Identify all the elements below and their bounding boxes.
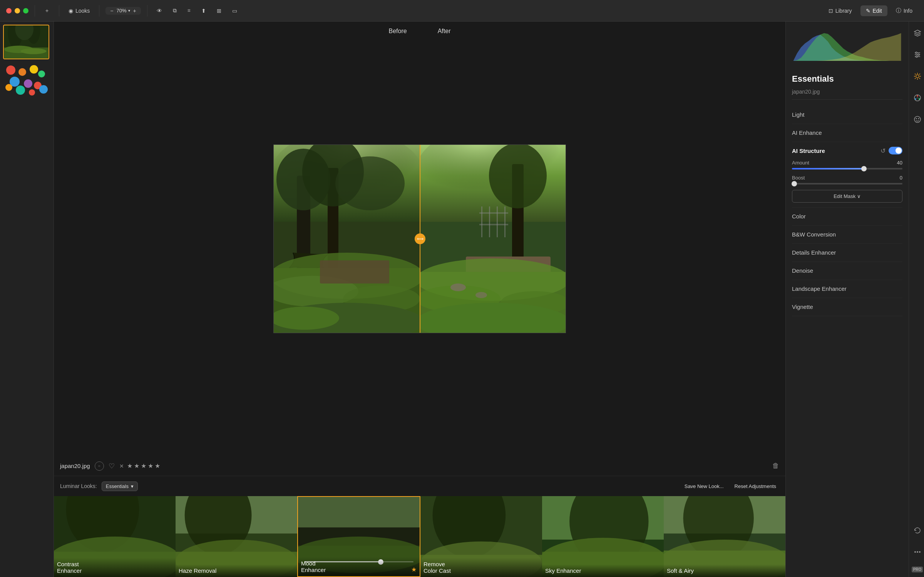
sliders-icon-button[interactable] [911, 48, 924, 62]
section-vignette[interactable]: Vignette [792, 298, 902, 316]
svg-rect-40 [504, 206, 506, 237]
heart-button[interactable]: ♡ [109, 462, 115, 470]
image-container[interactable]: ⟺ [273, 144, 566, 333]
panel-title: Essentials [792, 71, 902, 87]
zoom-level[interactable]: 70% [117, 8, 127, 13]
center-area: Before After [54, 22, 785, 577]
section-ai-enhance[interactable]: AI Enhance [792, 124, 902, 142]
edit-mask-label: Edit Mask ∨ [834, 193, 861, 199]
thumbnail-1[interactable] [3, 25, 49, 59]
trash-button[interactable]: 🗑 [772, 462, 779, 470]
library-tab[interactable]: ⊡ Library [823, 5, 857, 16]
single-view-button[interactable]: ▭ [229, 6, 240, 15]
section-details-enhancer-label: Details Enhancer [792, 249, 836, 256]
before-image [274, 145, 420, 333]
svg-rect-31 [320, 260, 389, 283]
filmstrip-mood-enhancer[interactable]: MoodEnhancer ★ [297, 496, 420, 577]
add-button[interactable]: ＋ [41, 6, 53, 16]
info-tab[interactable]: ⓘ Info [891, 5, 918, 17]
flag-button[interactable]: ○ [95, 461, 104, 471]
filmstrip-sky-enhancer[interactable]: Sky Enhancer [542, 496, 664, 577]
layers-icon-button[interactable] [911, 26, 924, 40]
star-1[interactable]: ★ [127, 462, 132, 470]
contrast-enhancer-label: ContrastEnhancer [54, 558, 176, 577]
before-label: Before [373, 28, 422, 35]
essentials-panel-container: Essentials japan20.jpg Light AI Enhance … [785, 22, 909, 577]
svg-point-104 [917, 551, 918, 553]
amount-value: 40 [897, 160, 902, 166]
zoom-out-button[interactable]: − [109, 8, 115, 14]
svg-point-15 [5, 84, 12, 91]
grid-button[interactable]: ⊞ [214, 6, 224, 15]
soft-airy-label: Soft & Airy [664, 564, 785, 577]
boost-slider[interactable] [792, 183, 902, 185]
amount-slider[interactable] [792, 168, 902, 169]
maximize-button[interactable] [23, 8, 28, 13]
section-details-enhancer[interactable]: Details Enhancer [792, 244, 902, 262]
section-landscape-enhancer[interactable]: Landscape Enhancer [792, 280, 902, 298]
face-icon-button[interactable] [911, 112, 924, 126]
section-denoise-label: Denoise [792, 267, 813, 274]
export-icon: ⬆ [201, 8, 206, 14]
svg-point-96 [917, 95, 918, 97]
ai-structure-reset-button[interactable]: ↺ [880, 147, 886, 154]
edit-tab[interactable]: ✎ Edit [860, 5, 887, 16]
grid-icon: ⊞ [217, 8, 221, 14]
library-icon: ⊡ [829, 8, 833, 14]
section-denoise[interactable]: Denoise [792, 262, 902, 280]
palette-icon-button[interactable] [911, 91, 924, 105]
rating-area: ✕ ★ ★ ★ ★ ★ [119, 462, 160, 470]
svg-point-8 [6, 65, 15, 75]
boost-value: 0 [900, 175, 902, 181]
split-handle[interactable]: ⟺ [415, 233, 425, 244]
zoom-control: − 70% ▾ + [105, 7, 141, 15]
compare-button[interactable]: ⧉ [170, 6, 180, 15]
reset-adjustments-button[interactable]: Reset Adjustments [732, 482, 779, 491]
thumbnail-2[interactable] [3, 62, 49, 97]
close-button[interactable] [6, 8, 12, 13]
looks-label: Looks [75, 8, 90, 14]
export-button[interactable]: ⬆ [198, 6, 209, 15]
plus-icon: ＋ [44, 7, 50, 14]
section-color[interactable]: Color [792, 208, 902, 226]
svg-rect-39 [497, 206, 498, 237]
toolbar-separator-4 [147, 5, 147, 17]
sun-icon-button[interactable] [911, 69, 924, 83]
history-icon-button[interactable] [911, 523, 924, 537]
filmstrip-haze-removal[interactable]: Haze Removal [176, 496, 297, 577]
zoom-in-button[interactable]: + [132, 8, 138, 14]
crop-button[interactable]: ⌗ [184, 6, 194, 15]
right-side: Essentials japan20.jpg Light AI Enhance … [785, 22, 924, 577]
split-divider[interactable]: ⟺ [420, 145, 420, 333]
looks-dropdown[interactable]: Essentials ▾ [102, 481, 138, 491]
svg-rect-38 [489, 206, 490, 237]
minimize-button[interactable] [15, 8, 20, 13]
rating-x: ✕ [119, 463, 124, 469]
star-4[interactable]: ★ [148, 462, 153, 470]
looks-button[interactable]: ◉ Looks [65, 6, 93, 15]
essentials-content: Essentials japan20.jpg Light AI Enhance … [786, 68, 909, 577]
filmstrip: ContrastEnhancer Haze Removal [54, 496, 785, 577]
svg-line-93 [919, 74, 920, 74]
save-look-button[interactable]: Save New Look... [681, 482, 727, 491]
section-bw[interactable]: B&W Conversion [792, 226, 902, 244]
more-icon-button[interactable] [911, 545, 924, 559]
ai-structure-toggle[interactable] [889, 147, 902, 154]
section-bw-label: B&W Conversion [792, 231, 836, 238]
ai-structure-title: AI Structure [792, 148, 877, 154]
svg-line-91 [915, 74, 916, 74]
star-5[interactable]: ★ [155, 462, 160, 470]
section-light[interactable]: Light [792, 106, 902, 124]
filmstrip-remove-color-cast[interactable]: RemoveColor Cast [420, 496, 542, 577]
boost-label: Boost [792, 175, 805, 181]
looks-bar: Luminar Looks: Essentials ▾ Save New Loo… [54, 476, 785, 496]
filmstrip-soft-airy[interactable]: Soft & Airy [664, 496, 785, 577]
star-2[interactable]: ★ [134, 462, 139, 470]
eye-button[interactable]: 👁 [154, 6, 165, 15]
section-ai-enhance-label: AI Enhance [792, 129, 822, 136]
filmstrip-contrast-enhancer[interactable]: ContrastEnhancer [54, 496, 176, 577]
svg-point-86 [916, 75, 919, 78]
star-3[interactable]: ★ [141, 462, 146, 470]
svg-point-9 [18, 68, 26, 76]
edit-mask-button[interactable]: Edit Mask ∨ [792, 190, 902, 203]
